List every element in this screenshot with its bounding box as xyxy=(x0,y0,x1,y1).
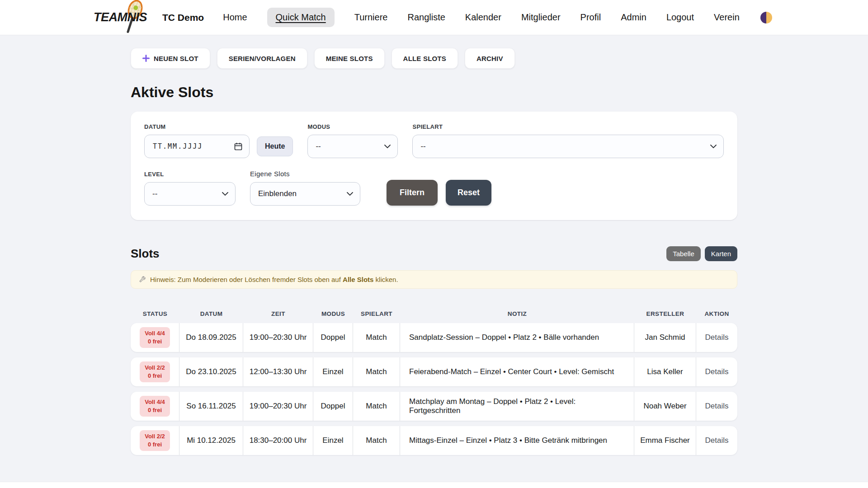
eigene-slots-select[interactable]: Einblenden xyxy=(250,182,360,206)
status-badge: Voll 2/20 frei xyxy=(140,361,170,382)
datum-label: DATUM xyxy=(144,123,293,130)
notiz-cell: Matchplay am Montag – Doppel • Platz 2 •… xyxy=(400,392,634,421)
spielart-select[interactable]: -- xyxy=(412,135,724,158)
chevron-down-icon xyxy=(710,145,717,149)
modus-select[interactable]: -- xyxy=(307,135,398,158)
page-title: Aktive Slots xyxy=(131,84,737,101)
zeit-cell: 19:00–20:30 Uhr xyxy=(243,323,313,352)
archiv-button[interactable]: ARCHIV xyxy=(465,48,515,69)
modus-value: -- xyxy=(316,142,321,151)
details-link[interactable]: Details xyxy=(705,367,729,376)
nav-item-rangliste[interactable]: Rangliste xyxy=(407,12,445,23)
filter-group-modus: MODUS -- xyxy=(307,123,398,158)
brand-logo[interactable]: TEAMNIS xyxy=(94,10,147,24)
moderation-hint: Hinweis: Zum Moderieren oder Löschen fre… xyxy=(131,270,737,289)
nav-item-turniere[interactable]: Turniere xyxy=(354,12,388,23)
modus-cell: Einzel xyxy=(313,357,353,386)
spielart-label: SPIELART xyxy=(412,123,724,130)
level-label: LEVEL xyxy=(144,171,236,178)
status-cell: Voll 2/20 frei xyxy=(131,357,179,386)
spielart-cell: Match xyxy=(353,323,400,352)
chevron-down-icon xyxy=(384,145,391,149)
brand-name: TEAMNIS xyxy=(94,10,147,24)
chevron-down-icon xyxy=(347,192,353,196)
filter-card: DATUM TT.MM.JJJJ Heute MODUS xyxy=(131,112,737,220)
header-status: STATUS xyxy=(131,310,179,317)
filter-group-level: LEVEL -- xyxy=(144,171,236,206)
spielart-cell: Match xyxy=(353,392,400,421)
filter-row-2: LEVEL -- Eigene Slots Einblenden Filtern… xyxy=(144,170,724,206)
ersteller-cell: Emma Fischer xyxy=(634,426,696,455)
spielart-cell: Match xyxy=(353,357,400,386)
date-input[interactable]: TT.MM.JJJJ xyxy=(144,135,250,158)
datum-cell: Do 23.10.2025 xyxy=(179,357,243,386)
slot-toolbar: NEUEN SLOT SERIEN/VORLAGEN MEINE SLOTS A… xyxy=(131,48,737,69)
eigene-slots-value: Einblenden xyxy=(258,189,297,198)
filter-group-datum: DATUM TT.MM.JJJJ Heute xyxy=(144,123,293,158)
nav-item-verein[interactable]: Verein xyxy=(714,12,740,23)
ersteller-cell: Jan Schmid xyxy=(634,323,696,352)
slots-title: Slots xyxy=(131,247,160,261)
slots-section-header: Slots Tabelle Karten xyxy=(131,246,737,261)
zeit-cell: 12:00–13:30 Uhr xyxy=(243,357,313,386)
filter-actions: Filtern Reset xyxy=(387,180,491,206)
reset-button[interactable]: Reset xyxy=(446,180,491,206)
nav-item-home[interactable]: Home xyxy=(223,12,247,23)
header-datum: DATUM xyxy=(179,310,243,317)
datum-cell: Do 18.09.2025 xyxy=(179,323,243,352)
zeit-cell: 19:00–20:30 Uhr xyxy=(243,392,313,421)
nav-item-kalender[interactable]: Kalender xyxy=(465,12,501,23)
details-link[interactable]: Details xyxy=(705,402,729,411)
wrench-icon xyxy=(139,276,146,283)
status-badge: Voll 4/40 frei xyxy=(140,327,170,347)
status-badge: Voll 2/20 frei xyxy=(140,430,170,450)
filtern-button[interactable]: Filtern xyxy=(387,180,438,206)
details-link[interactable]: Details xyxy=(705,436,729,445)
serien-vorlagen-button[interactable]: SERIEN/VORLAGEN xyxy=(217,48,307,69)
new-slot-label: NEUEN SLOT xyxy=(154,55,198,62)
table-row: Voll 2/20 frei Do 23.10.2025 12:00–13:30… xyxy=(131,357,737,386)
new-slot-button[interactable]: NEUEN SLOT xyxy=(131,48,210,69)
nav-item-admin[interactable]: Admin xyxy=(621,12,646,23)
level-value: -- xyxy=(152,189,157,198)
table-row: Voll 4/40 frei Do 18.09.2025 19:00–20:30… xyxy=(131,323,737,352)
plus-icon xyxy=(142,55,150,62)
date-placeholder: TT.MM.JJJJ xyxy=(153,142,234,150)
alle-slots-button[interactable]: ALLE SLOTS xyxy=(392,48,458,69)
view-karten-button[interactable]: Karten xyxy=(705,246,737,261)
nav-item-mitglieder[interactable]: Mitglieder xyxy=(521,12,561,23)
status-cell: Voll 2/20 frei xyxy=(131,426,179,455)
header-zeit: ZEIT xyxy=(243,310,313,317)
spielart-value: -- xyxy=(420,142,425,151)
header-ersteller: ERSTELLER xyxy=(634,310,696,317)
view-tabelle-button[interactable]: Tabelle xyxy=(666,246,701,261)
table-header: STATUS DATUM ZEIT MODUS SPIELART NOTIZ E… xyxy=(131,304,737,323)
zeit-cell: 18:30–20:00 Uhr xyxy=(243,426,313,455)
details-link[interactable]: Details xyxy=(705,333,729,342)
heute-button[interactable]: Heute xyxy=(257,136,293,156)
calendar-icon[interactable] xyxy=(234,142,243,151)
meine-slots-button[interactable]: MEINE SLOTS xyxy=(314,48,385,69)
table-row: Voll 2/20 frei Mi 10.12.2025 18:30–20:00… xyxy=(131,426,737,455)
nav-item-quick-match[interactable]: Quick Match xyxy=(267,8,335,27)
nav-item-profil[interactable]: Profil xyxy=(580,12,601,23)
filter-group-eigene-slots: Eigene Slots Einblenden xyxy=(250,170,360,206)
spielart-cell: Match xyxy=(353,426,400,455)
main-content: NEUEN SLOT SERIEN/VORLAGEN MEINE SLOTS A… xyxy=(131,48,737,455)
nav-item-logout[interactable]: Logout xyxy=(666,12,694,23)
notiz-cell: Feierabend-Match – Einzel • Center Court… xyxy=(400,357,634,386)
nav-links: Home Quick Match Turniere Rangliste Kale… xyxy=(223,8,740,27)
ersteller-cell: Lisa Keller xyxy=(634,357,696,386)
level-select[interactable]: -- xyxy=(144,182,236,206)
header-aktion: AKTION xyxy=(696,310,737,317)
status-cell: Voll 4/40 frei xyxy=(131,323,179,352)
modus-cell: Doppel xyxy=(313,392,353,421)
chevron-down-icon xyxy=(222,192,228,196)
top-navigation: TEAMNIS TC Demo Home Quick Match Turnier… xyxy=(0,0,868,35)
aktion-cell: Details xyxy=(696,323,737,352)
theme-toggle-icon[interactable] xyxy=(760,12,772,23)
filter-row-1: DATUM TT.MM.JJJJ Heute MODUS xyxy=(144,123,724,158)
header-spielart: SPIELART xyxy=(353,310,400,317)
aktion-cell: Details xyxy=(696,426,737,455)
ersteller-cell: Noah Weber xyxy=(634,392,696,421)
